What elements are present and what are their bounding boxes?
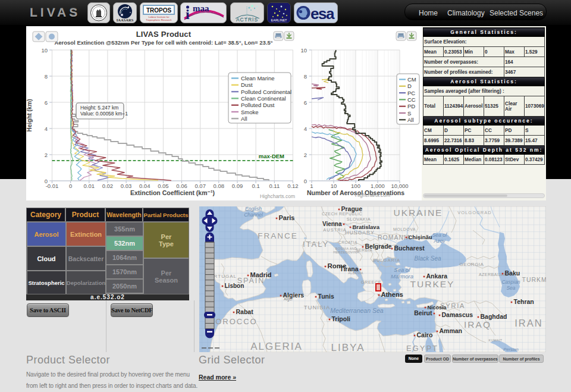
svg-text:Mediterranean Sea: Mediterranean Sea xyxy=(330,307,383,314)
svg-text:CM: CM xyxy=(407,76,416,83)
svg-text:0.04: 0.04 xyxy=(139,183,150,189)
svg-text:maa: maa xyxy=(193,4,209,13)
svg-text:PD: PD xyxy=(407,103,415,109)
svg-text:0: 0 xyxy=(69,183,72,189)
svg-text:IAASARS: IAASARS xyxy=(117,18,134,22)
svg-text:Smoke: Smoke xyxy=(241,109,259,115)
svg-text:CC: CC xyxy=(407,96,416,103)
svg-text:Prague: Prague xyxy=(341,206,363,212)
svg-text:Vienna: Vienna xyxy=(322,221,342,227)
svg-text:Polluted Continental: Polluted Continental xyxy=(241,89,291,95)
svg-text:10: 10 xyxy=(300,47,307,54)
svg-text:i: i xyxy=(186,7,190,22)
svg-text:0: 0 xyxy=(45,178,48,184)
svg-text:Caspian: Caspian xyxy=(501,279,520,285)
svg-text:10: 10 xyxy=(331,183,337,189)
svg-text:6: 6 xyxy=(304,99,307,106)
svg-text:KUWAIT: KUWAIT xyxy=(489,338,503,342)
svg-text:TURKEY: TURKEY xyxy=(410,279,455,289)
svg-text:Aerosol Extinction @532nm Per: Aerosol Extinction @532nm Per Type for c… xyxy=(54,39,272,46)
svg-text:Clean Marine: Clean Marine xyxy=(241,75,275,81)
svg-text:EARLINET: EARLINET xyxy=(271,18,288,22)
svg-text:Lisbon: Lisbon xyxy=(225,283,244,289)
svg-text:10,000: 10,000 xyxy=(391,183,408,189)
svg-text:10: 10 xyxy=(41,47,48,54)
svg-text:Height: 5.247 km: Height: 5.247 km xyxy=(80,105,118,111)
svg-text:6: 6 xyxy=(45,99,48,106)
svg-text:S: S xyxy=(407,110,411,117)
svg-text:MOROCCO: MOROCCO xyxy=(208,317,257,326)
svg-text:Azov: Azov xyxy=(434,238,446,244)
svg-text:Persian: Persian xyxy=(503,347,518,352)
svg-text:0.11: 0.11 xyxy=(269,183,280,189)
svg-text:0: 0 xyxy=(304,178,307,184)
svg-text:Tirana: Tirana xyxy=(340,265,358,272)
svg-text:EGYPT: EGYPT xyxy=(406,344,438,352)
svg-text:IRAQ: IRAQ xyxy=(464,319,491,330)
svg-text:0.05: 0.05 xyxy=(158,183,169,189)
svg-text:ACTRİS: ACTRİS xyxy=(236,17,258,23)
svg-text:ALGERIA: ALGERIA xyxy=(250,341,303,352)
svg-text:0.1: 0.1 xyxy=(252,183,259,189)
svg-text:MOLDOVA: MOLDOVA xyxy=(393,227,416,231)
svg-text:Clean Continental: Clean Continental xyxy=(241,95,286,102)
svg-text:Channel: Channel xyxy=(244,212,263,218)
svg-text:D: D xyxy=(407,83,412,89)
svg-text:FRANCE: FRANCE xyxy=(258,231,298,240)
svg-text:All: All xyxy=(241,115,247,122)
svg-text:CROATIA: CROATIA xyxy=(338,240,357,244)
svg-text:Rabat: Rabat xyxy=(236,308,254,315)
svg-text:max-DEM: max-DEM xyxy=(259,153,284,159)
svg-text:Highcharts.com: Highcharts.com xyxy=(260,193,295,199)
svg-text:All: All xyxy=(407,117,414,123)
svg-text:Sea of: Sea of xyxy=(432,232,448,238)
svg-text:Value: 0.00058 km−1: Value: 0.00058 km−1 xyxy=(80,111,128,117)
svg-text:IRAN: IRAN xyxy=(514,318,542,328)
svg-text:CZECH REPUBLIC: CZECH REPUBLIC xyxy=(322,212,362,216)
svg-text:4: 4 xyxy=(45,126,48,132)
svg-text:Sea of: Sea of xyxy=(394,266,411,273)
svg-text:0.09: 0.09 xyxy=(232,183,243,189)
svg-text:Cairo: Cairo xyxy=(417,331,433,338)
svg-text:Damascus: Damascus xyxy=(442,311,473,318)
svg-text:2: 2 xyxy=(45,152,48,158)
svg-text:0.07: 0.07 xyxy=(194,183,206,189)
svg-text:English: English xyxy=(245,206,262,212)
svg-text:Tropospheric Research: Tropospheric Research xyxy=(146,18,172,21)
svg-text:0.06: 0.06 xyxy=(176,183,187,189)
svg-text:Athens: Athens xyxy=(381,291,403,298)
svg-text:Bucharest: Bucharest xyxy=(394,244,425,252)
svg-text:ITALY: ITALY xyxy=(303,240,329,249)
svg-text:LIVAS Product: LIVAS Product xyxy=(136,30,192,39)
svg-text:TROPOS: TROPOS xyxy=(146,7,172,14)
svg-text:VOLGOGRAD: VOLGOGRAD xyxy=(457,210,491,215)
svg-text:Baghdad: Baghdad xyxy=(481,313,507,320)
svg-text:Alger: Alger xyxy=(284,297,293,302)
svg-text:Polluted Dust: Polluted Dust xyxy=(241,102,275,108)
svg-text:Chișinău: Chișinău xyxy=(409,234,432,240)
svg-text:TURKMEN: TURKMEN xyxy=(522,276,546,283)
svg-text:Height (km): Height (km) xyxy=(26,99,33,132)
svg-text:0.03: 0.03 xyxy=(121,183,132,189)
svg-text:Sea: Sea xyxy=(506,285,515,291)
svg-text:BULGARIA: BULGARIA xyxy=(373,258,400,263)
svg-text:esa: esa xyxy=(310,5,335,23)
svg-text:4: 4 xyxy=(304,126,307,132)
svg-text:100: 100 xyxy=(351,183,360,189)
svg-text:LIBYA: LIBYA xyxy=(331,342,365,352)
svg-text:8: 8 xyxy=(45,73,48,80)
svg-text:Paris: Paris xyxy=(279,214,295,221)
svg-text:TUNISIA: TUNISIA xyxy=(304,304,330,311)
svg-text:Beirut: Beirut xyxy=(414,309,432,316)
svg-text:Madrid: Madrid xyxy=(250,271,272,278)
svg-text:GEORGIA: GEORGIA xyxy=(460,262,484,267)
svg-text:AUSTRIA: AUSTRIA xyxy=(323,227,347,233)
svg-text:0.12: 0.12 xyxy=(287,183,299,189)
svg-text:Amman: Amman xyxy=(440,327,463,334)
svg-text:Tripoli: Tripoli xyxy=(332,315,351,322)
svg-text:PC: PC xyxy=(407,90,415,96)
svg-text:Ankara: Ankara xyxy=(426,272,448,280)
svg-text:HUNGARY: HUNGARY xyxy=(345,230,374,236)
svg-text:Highcharts.com: Highcharts.com xyxy=(355,192,390,198)
svg-text:Dust: Dust xyxy=(241,81,253,88)
